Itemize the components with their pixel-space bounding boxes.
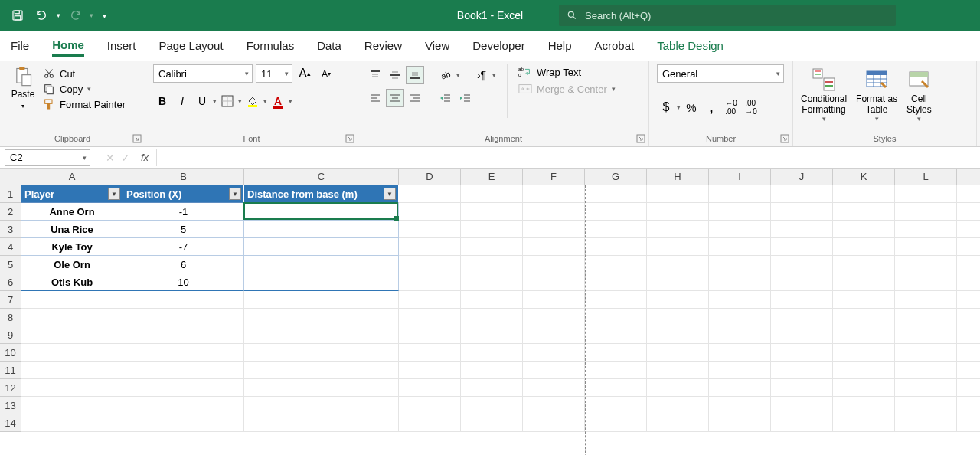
cell-J12[interactable] <box>771 379 833 397</box>
cell-G11[interactable] <box>585 362 647 379</box>
cell-K11[interactable] <box>833 362 895 379</box>
borders-button[interactable] <box>218 92 237 110</box>
cell-K4[interactable] <box>833 238 895 256</box>
row-header-4[interactable]: 4 <box>0 238 21 256</box>
cell-I12[interactable] <box>709 379 771 397</box>
row-header-9[interactable]: 9 <box>0 326 21 344</box>
comma-button[interactable]: , <box>702 98 720 116</box>
cell-J14[interactable] <box>771 414 833 432</box>
cell-G5[interactable] <box>585 256 647 273</box>
cell-B13[interactable] <box>123 397 244 414</box>
col-header-G[interactable]: G <box>585 169 647 185</box>
cell-K12[interactable] <box>833 379 895 397</box>
cell-J9[interactable] <box>771 326 833 344</box>
cell-H2[interactable] <box>647 203 709 221</box>
format-as-table-button[interactable]: Format as Table▾ <box>856 67 897 123</box>
row-header-12[interactable]: 12 <box>0 379 21 397</box>
percent-button[interactable]: % <box>682 98 701 116</box>
cell-E14[interactable] <box>461 414 523 432</box>
cell-A4[interactable]: Kyle Toy <box>21 238 123 256</box>
row-header-1[interactable]: 1 <box>0 185 21 203</box>
cell-M4[interactable] <box>957 238 980 256</box>
dialog-launcher-icon[interactable] <box>636 134 645 143</box>
col-header-F[interactable]: F <box>523 169 585 185</box>
col-header-B[interactable]: B <box>123 169 244 185</box>
cell-L3[interactable] <box>895 221 957 238</box>
cell-C1[interactable]: Distance from base (m)▼ <box>244 185 399 203</box>
cell-A14[interactable] <box>21 414 123 432</box>
cell-B1[interactable]: Position (X)▼ <box>123 185 244 203</box>
cell-L4[interactable] <box>895 238 957 256</box>
cell-J4[interactable] <box>771 238 833 256</box>
cell-B12[interactable] <box>123 379 244 397</box>
col-header-J[interactable]: J <box>771 169 833 185</box>
cell-H3[interactable] <box>647 221 709 238</box>
cell-L9[interactable] <box>895 326 957 344</box>
tab-help[interactable]: Help <box>548 36 572 55</box>
cell-C9[interactable] <box>244 326 399 344</box>
row-header-5[interactable]: 5 <box>0 256 21 273</box>
cell-B2[interactable]: -1 <box>123 203 244 221</box>
select-all-corner[interactable] <box>0 169 21 185</box>
cell-I13[interactable] <box>709 397 771 414</box>
cell-G7[interactable] <box>585 291 647 309</box>
row-header-7[interactable]: 7 <box>0 291 21 309</box>
cell-L8[interactable] <box>895 309 957 326</box>
cell-B8[interactable] <box>123 309 244 326</box>
cell-M1[interactable] <box>957 185 980 203</box>
cell-B6[interactable]: 10 <box>123 273 244 291</box>
cell-D8[interactable] <box>399 309 461 326</box>
increase-decimal-button[interactable]: ←0.00 <box>722 98 740 116</box>
row-header-13[interactable]: 13 <box>0 397 21 414</box>
cell-M6[interactable] <box>957 273 980 291</box>
cell-A8[interactable] <box>21 309 123 326</box>
align-right-button[interactable] <box>406 89 424 107</box>
cell-E4[interactable] <box>461 238 523 256</box>
cell-F9[interactable] <box>523 326 585 344</box>
cell-C14[interactable] <box>244 414 399 432</box>
cell-H14[interactable] <box>647 414 709 432</box>
grow-font-button[interactable]: A▴ <box>296 64 314 83</box>
cell-M13[interactable] <box>957 397 980 414</box>
cell-D6[interactable] <box>399 273 461 291</box>
cell-K13[interactable] <box>833 397 895 414</box>
col-header-D[interactable]: D <box>399 169 461 185</box>
cell-I14[interactable] <box>709 414 771 432</box>
cell-L14[interactable] <box>895 414 957 432</box>
save-button[interactable] <box>8 5 28 25</box>
currency-dropdown-icon[interactable]: ▾ <box>677 103 681 111</box>
cell-D9[interactable] <box>399 326 461 344</box>
cell-F5[interactable] <box>523 256 585 273</box>
cell-J7[interactable] <box>771 291 833 309</box>
cell-C10[interactable] <box>244 344 399 362</box>
cell-E2[interactable] <box>461 203 523 221</box>
col-header-E[interactable]: E <box>461 169 523 185</box>
col-header-I[interactable]: I <box>709 169 771 185</box>
cell-F8[interactable] <box>523 309 585 326</box>
cell-D1[interactable] <box>399 185 461 203</box>
cell-I9[interactable] <box>709 326 771 344</box>
cell-A10[interactable] <box>21 344 123 362</box>
cell-I5[interactable] <box>709 256 771 273</box>
cell-E3[interactable] <box>461 221 523 238</box>
cell-A3[interactable]: Una Rice <box>21 221 123 238</box>
wrap-text-button[interactable]: abc Wrap Text <box>518 66 616 78</box>
cell-B3[interactable]: 5 <box>123 221 244 238</box>
cell-K7[interactable] <box>833 291 895 309</box>
cell-H10[interactable] <box>647 344 709 362</box>
cell-K2[interactable] <box>833 203 895 221</box>
cell-H5[interactable] <box>647 256 709 273</box>
cell-M2[interactable] <box>957 203 980 221</box>
cell-L13[interactable] <box>895 397 957 414</box>
cell-I10[interactable] <box>709 344 771 362</box>
cell-I7[interactable] <box>709 291 771 309</box>
cell-C13[interactable] <box>244 397 399 414</box>
row-header-6[interactable]: 6 <box>0 273 21 291</box>
italic-button[interactable]: I <box>173 92 191 110</box>
cell-C5[interactable] <box>244 256 399 273</box>
cell-M10[interactable] <box>957 344 980 362</box>
cell-L5[interactable] <box>895 256 957 273</box>
cell-H6[interactable] <box>647 273 709 291</box>
cell-A1[interactable]: Player▼ <box>21 185 123 203</box>
cell-J10[interactable] <box>771 344 833 362</box>
